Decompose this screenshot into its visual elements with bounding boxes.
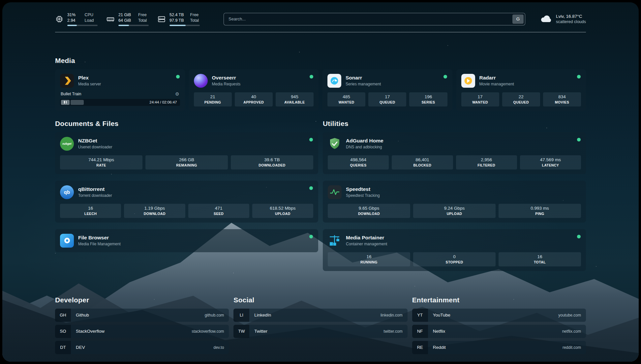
bookmarks-entertainment: Entertainment YT YouTube youtube.com NF …: [412, 296, 586, 357]
bookmark-netflix[interactable]: NF Netflix netflix.com: [412, 325, 586, 338]
bookmark-abbr: DT: [55, 341, 71, 354]
section-title-media: Media: [55, 57, 586, 65]
section-title-developer: Developer: [55, 296, 229, 304]
service-description: Usenet downloader: [78, 145, 112, 149]
service-description: Container management: [346, 242, 387, 246]
status-dot: [309, 235, 313, 238]
bookmark-name: Github: [76, 313, 89, 318]
disk-icon: [157, 15, 166, 23]
service-name: NZBGet: [78, 138, 112, 144]
service-card-qbittorrent[interactable]: qb qBittorrent Torrent downloader 16 LEE…: [55, 181, 318, 223]
bookmark-name: Twitter: [254, 329, 267, 334]
cpu-usage-value: 31%: [67, 12, 79, 17]
search-provider-button[interactable]: G: [512, 15, 524, 24]
dashboard-content: 31% CPU 2.94 Load: [55, 12, 586, 357]
bookmark-twitter[interactable]: TW Twitter twitter.com: [233, 325, 407, 338]
stat-block: 40 APPROVED: [235, 92, 273, 106]
player-progress[interactable]: 24:44 / 02:06:47: [60, 99, 180, 106]
stat-block: 17 QUEUED: [368, 92, 406, 106]
disk-label-1: Free: [190, 12, 200, 17]
stat-block: 0 STOPPED: [413, 252, 496, 266]
stat-block: 9.65 Gbps DOWNLOAD: [328, 204, 410, 218]
stat-block: 834 MOVIES: [543, 92, 581, 106]
bookmark-dev[interactable]: DT DEV dev.to: [55, 341, 229, 354]
service-name: AdGuard Home: [346, 138, 383, 144]
stat-block: 17 WANTED: [461, 92, 499, 106]
bookmark-github[interactable]: GH Github github.com: [55, 309, 229, 322]
weather-condition: scattered clouds: [556, 19, 586, 24]
bookmark-youtube[interactable]: YT YouTube youtube.com: [412, 309, 586, 322]
section-title-social: Social: [233, 296, 407, 304]
service-name: Media Portainer: [346, 235, 387, 241]
service-card-nzbget[interactable]: nzbget NZBGet Usenet downloader 744.21 M…: [55, 132, 318, 174]
stat-block: 16 RUNNING: [328, 252, 410, 266]
bookmark-url: github.com: [205, 313, 224, 318]
stat-block: 744.21 Mbps RATE: [60, 155, 142, 169]
status-dot: [310, 75, 313, 78]
service-card-speedtest[interactable]: Speedtest Speedtest Tracking 9.65 Gbps D…: [323, 181, 586, 223]
bookmark-url: youtube.com: [558, 313, 581, 318]
bookmark-name: StackOverflow: [76, 329, 105, 334]
bookmark-abbr: YT: [412, 309, 428, 322]
service-card-sonarr[interactable]: Sonarr Series management 485 WANTED 17 Q…: [322, 69, 452, 111]
bookmark-url: linkedin.com: [381, 313, 403, 318]
gear-icon[interactable]: ⚙: [175, 91, 179, 97]
bookmark-name: Reddit: [433, 345, 446, 350]
cpu-widget: 31% CPU 2.94 Load: [55, 12, 98, 26]
group-media: Media: [55, 57, 586, 111]
plex-icon: [60, 74, 74, 88]
weather-widget: Lviv, 16.87°C scattered clouds: [540, 14, 586, 24]
stat-block: 945 AVAILABLE: [276, 92, 314, 106]
service-description: Torrent downloader: [78, 193, 112, 198]
service-card-portainer[interactable]: Media Portainer Container management 16 …: [323, 229, 586, 271]
radarr-icon: [461, 74, 475, 88]
cpu-label-2: Load: [85, 18, 98, 23]
memory-widget: 21 GiB Free 64 GiB Total: [106, 12, 149, 26]
adguard-icon: [328, 137, 342, 151]
status-dot: [577, 75, 581, 78]
status-dot: [577, 235, 581, 238]
disk-total-value: 97.9 TB: [169, 18, 185, 23]
bookmark-url: stackoverflow.com: [192, 329, 224, 334]
group-documents: Documents & Files nzbget NZBGet Usenet d…: [55, 120, 318, 278]
status-dot: [309, 186, 313, 190]
sonarr-icon: [327, 74, 341, 88]
bookmark-name: DEV: [76, 345, 85, 350]
service-card-filebrowser[interactable]: File Browser Media File Management: [55, 229, 318, 252]
bookmark-abbr: RE: [412, 341, 428, 354]
stat-block: 0.993 ms PING: [499, 204, 581, 218]
service-name: Speedtest: [346, 186, 380, 192]
service-card-adguard[interactable]: AdGuard Home DNS and adblocking 498,564 …: [323, 132, 586, 174]
service-name: Plex: [78, 75, 101, 81]
bookmark-url: twitter.com: [383, 329, 402, 334]
service-card-plex[interactable]: Plex Media server Bullet Train ⚙ 24:44 /: [55, 69, 185, 111]
topbar-divider: [55, 32, 586, 32]
filebrowser-icon: [60, 234, 74, 248]
bookmark-abbr: TW: [233, 325, 249, 338]
cpu-progress-fill: [67, 25, 77, 26]
search-input[interactable]: [224, 13, 525, 25]
memory-label-2: Total: [138, 18, 149, 23]
bookmark-reddit[interactable]: RE Reddit reddit.com: [412, 341, 586, 354]
nzbget-icon: nzbget: [60, 137, 74, 151]
bookmarks-social: Social LI LinkedIn linkedin.com TW Twitt…: [233, 296, 407, 357]
stat-block: 16 TOTAL: [499, 252, 581, 266]
service-card-radarr[interactable]: Radarr Movie management 17 WANTED 22 QUE…: [456, 69, 586, 111]
bookmark-linkedin[interactable]: LI LinkedIn linkedin.com: [233, 309, 407, 322]
status-dot: [577, 138, 581, 141]
service-description: DNS and adblocking: [346, 145, 383, 149]
disk-progress-fill: [169, 25, 186, 26]
bookmarks-developer: Developer GH Github github.com SO StackO…: [55, 296, 229, 357]
bookmark-stackoverflow[interactable]: SO StackOverflow stackoverflow.com: [55, 325, 229, 338]
bookmark-url: netflix.com: [562, 329, 581, 334]
bookmark-url: dev.to: [214, 345, 224, 350]
service-description: Media server: [78, 82, 101, 86]
bookmark-url: reddit.com: [563, 345, 581, 350]
background-snow-specks: [2, 2, 3, 3]
service-card-overseerr[interactable]: Overseerr Media Requests 21 PENDING 40 A…: [189, 69, 319, 111]
dashboard: 31% CPU 2.94 Load: [2, 2, 639, 362]
bookmark-name: YouTube: [433, 313, 450, 318]
section-title-entertainment: Entertainment: [412, 296, 586, 304]
pause-button[interactable]: [61, 100, 70, 105]
bookmark-abbr: SO: [55, 325, 71, 338]
